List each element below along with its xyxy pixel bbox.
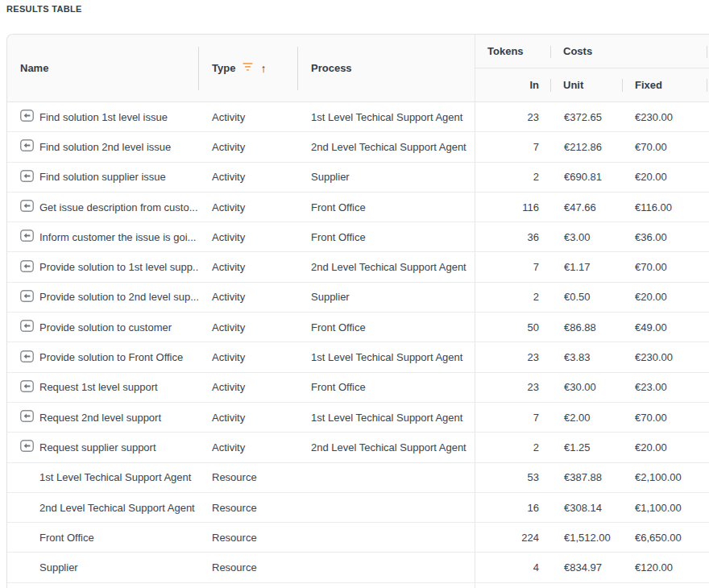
cell-cost-unit: €3.00 — [550, 231, 622, 243]
table-row[interactable]: Request 2nd level support Activity 1st L… — [7, 403, 709, 433]
cell-cost-fixed: €20.00 — [622, 291, 707, 303]
cell-type: Activity — [198, 171, 297, 183]
cell-name: Find solution 1st level issue — [7, 110, 198, 124]
column-header-tokens-in[interactable]: In — [475, 68, 550, 101]
column-header-tokens-in-label: In — [529, 79, 539, 91]
column-header-cost-fixed[interactable]: Fixed — [622, 68, 707, 101]
cell-type: Activity — [198, 291, 297, 303]
cell-type: Activity — [198, 412, 297, 424]
cell-cost-fixed: €1,100.00 — [622, 502, 707, 514]
table-row[interactable]: Inform customer the issue is goi... Acti… — [7, 222, 709, 252]
cell-tokens-in: 224 — [475, 532, 550, 544]
table-row[interactable]: Front Office Resource 224 €1,512.00 €6,6… — [7, 523, 709, 553]
cell-name: Request 1st level support — [7, 380, 198, 395]
sort-ascending-icon[interactable]: ↑ — [260, 63, 266, 74]
table-row[interactable]: 1st Level Techical Support Agent Resourc… — [7, 463, 709, 493]
column-header-process[interactable]: Process — [297, 35, 475, 101]
filter-icon[interactable] — [242, 62, 254, 74]
cell-name: Request 2nd level support — [7, 410, 198, 424]
table-row[interactable]: Request 1st level support Activity Front… — [7, 373, 709, 403]
cell-name-text: Find solution supplier issue — [39, 171, 166, 183]
cell-cost-fixed: €20.00 — [622, 441, 707, 453]
table-row[interactable]: 2nd Level Techical Support Agent Resourc… — [7, 493, 709, 523]
table-row[interactable]: Request supplier support Activity 2nd Le… — [7, 433, 709, 462]
task-icon — [20, 320, 34, 334]
cell-cost-fixed: €36.00 — [622, 231, 707, 243]
header-separator — [707, 79, 707, 92]
header-separator — [550, 46, 551, 58]
header-separator — [707, 46, 707, 58]
column-group-tokens: Tokens — [475, 35, 550, 68]
cell-cost-fixed: €116.00 — [622, 201, 707, 213]
cell-name: Find solution 2nd level issue — [7, 139, 198, 154]
column-group-costs: Costs — [550, 35, 707, 68]
cell-cost-fixed: €70.00 — [622, 412, 707, 424]
cell-tokens-in: 2 — [475, 291, 550, 303]
cell-type: Resource — [198, 561, 297, 574]
table-row[interactable]: Supplier Resource 4 €834.97 €120.00 — [7, 553, 709, 582]
results-table-heading: RESULTS TABLE — [6, 4, 82, 14]
task-icon — [20, 230, 34, 244]
table-row[interactable]: Provide solution to Front Office Activit… — [7, 342, 709, 372]
column-header-type-label: Type — [212, 62, 235, 74]
cell-type: Activity — [198, 441, 297, 453]
cell-name: Provide solution to customer — [7, 320, 198, 334]
column-group-costs-label: Costs — [563, 45, 592, 57]
cell-tokens-in: 23 — [475, 351, 550, 363]
cell-cost-unit: €1.17 — [550, 261, 622, 273]
table-row[interactable]: Provide solution to 2nd level sup... Act… — [7, 283, 709, 313]
cell-cost-unit: €372.65 — [550, 111, 622, 123]
cell-name-text: Find solution 1st level issue — [39, 111, 168, 123]
table-row[interactable]: Provide solution to customer Activity Fr… — [7, 313, 709, 342]
cell-name: Get issue description from custo... — [7, 200, 198, 214]
cell-cost-unit: €47.66 — [550, 201, 622, 213]
cell-name-text: 1st Level Techical Support Agent — [39, 471, 191, 483]
column-header-type[interactable]: Type ↑ — [198, 35, 297, 101]
cell-tokens-in: 7 — [475, 412, 550, 424]
column-header-name[interactable]: Name — [7, 35, 198, 101]
cell-tokens-in: 116 — [475, 201, 550, 213]
table-row[interactable]: Provide solution to 1st level supp... Ac… — [7, 252, 709, 282]
cell-process: Front Office — [297, 321, 475, 333]
header-row-divider — [475, 68, 709, 68]
cell-type: Activity — [198, 141, 297, 153]
table-row[interactable]: Find solution 1st level issue Activity 1… — [7, 102, 709, 132]
table-row[interactable]: Find solution supplier issue Activity Su… — [7, 163, 709, 193]
cell-cost-unit: €1,512.00 — [550, 532, 622, 544]
cell-name-text: Find solution 2nd level issue — [39, 141, 171, 153]
cell-name-text: Request supplier support — [39, 441, 156, 453]
task-icon — [20, 110, 34, 124]
cell-tokens-in: 2 — [475, 441, 550, 453]
cell-cost-fixed: €49.00 — [622, 321, 707, 333]
cell-cost-fixed: €230.00 — [622, 351, 707, 363]
cell-name-text: Request 2nd level support — [39, 412, 161, 424]
cell-type: Activity — [198, 111, 297, 123]
cell-process: Front Office — [297, 231, 475, 243]
cell-name-text: Provide solution to 2nd level sup... — [39, 291, 198, 303]
cell-name: Request supplier support — [7, 440, 198, 454]
header-separator — [622, 79, 623, 92]
cell-name-text: Inform customer the issue is goi... — [39, 231, 196, 243]
cell-type: Activity — [198, 201, 297, 213]
table-row[interactable]: Get issue description from custo... Acti… — [7, 193, 709, 222]
task-icon — [20, 440, 34, 454]
column-header-cost-fixed-label: Fixed — [635, 79, 662, 91]
column-header-cost-unit[interactable]: Unit — [550, 68, 622, 101]
results-table-screen: RESULTS TABLE Name Type ↑ Process — [0, 0, 709, 588]
cell-tokens-in: 53 — [475, 471, 550, 483]
cell-cost-fixed: €70.00 — [622, 261, 707, 273]
task-icon — [20, 380, 34, 395]
column-group-tokens-label: Tokens — [487, 45, 524, 57]
cell-name-text: Supplier — [39, 561, 78, 574]
cell-cost-fixed: €23.00 — [622, 381, 707, 393]
cell-cost-unit: €0.50 — [550, 291, 622, 303]
cell-process: 1st Level Techical Support Agent — [297, 412, 475, 424]
cell-tokens-in: 50 — [475, 321, 550, 333]
cell-name-text: Provide solution to Front Office — [39, 351, 183, 363]
cell-name: 2nd Level Techical Support Agent — [7, 500, 198, 515]
cell-cost-unit: €2.00 — [550, 412, 622, 424]
cell-name: Provide solution to Front Office — [7, 350, 198, 365]
cell-process: 1st Level Techical Support Agent — [297, 111, 475, 123]
cell-process: Front Office — [297, 201, 475, 213]
table-row[interactable]: Find solution 2nd level issue Activity 2… — [7, 132, 709, 162]
